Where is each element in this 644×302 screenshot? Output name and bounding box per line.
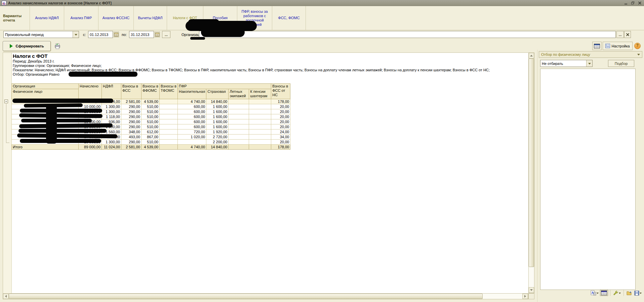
- cell-total-label: Итого: [12, 145, 79, 150]
- period-preset-dropdown-button[interactable]: [73, 31, 79, 38]
- cell-value: [229, 109, 249, 114]
- date-from-calendar-button[interactable]: [114, 32, 119, 37]
- date-from-value: 01.12.2013: [90, 33, 108, 37]
- scroll-down-button[interactable]: [529, 287, 534, 293]
- cell-value: [178, 140, 206, 145]
- arrow-up-icon: [530, 53, 533, 56]
- date-from-input[interactable]: 01.12.2013: [88, 31, 113, 38]
- organization-more-button[interactable]: ...: [616, 31, 624, 38]
- person-filter-dropdown-button[interactable]: [586, 60, 592, 67]
- cell-value: 600,00: [178, 119, 206, 124]
- person-filter-mode-combo[interactable]: Не отбирать: [540, 60, 593, 67]
- redaction-mark: [19, 123, 113, 128]
- col-header: К пенсии шахтерам: [249, 89, 271, 99]
- minimize-button[interactable]: [623, 1, 628, 5]
- font-format-button[interactable]: A: [590, 290, 599, 296]
- horizontal-scroll-thumb[interactable]: [9, 294, 483, 299]
- scroll-left-button[interactable]: [3, 294, 9, 299]
- person-filter-list[interactable]: [540, 69, 636, 290]
- arrow-down-icon: [530, 289, 533, 292]
- restore-icon: [631, 1, 634, 4]
- tab-varianty-otcheta[interactable]: Варианты отчета: [0, 6, 30, 30]
- organization-input[interactable]: [199, 31, 616, 38]
- help-button[interactable]: ?: [634, 43, 641, 49]
- vertical-scroll-thumb[interactable]: [529, 59, 534, 267]
- cell-value: [160, 129, 178, 135]
- tab-analiz-ndfl[interactable]: Анализ НДФЛ: [30, 6, 64, 30]
- cell-value: [229, 140, 249, 145]
- redaction-mark: [201, 28, 245, 37]
- tab-analiz-pfr[interactable]: Анализ ПФР: [64, 6, 98, 30]
- run-icon: [10, 44, 13, 48]
- cell-value: 600,00: [178, 109, 206, 114]
- vertical-scrollbar[interactable]: [528, 52, 534, 293]
- settings-form-icon: [605, 44, 610, 48]
- cell-value: [249, 109, 271, 114]
- save-button[interactable]: [634, 290, 642, 296]
- report-filter-line: Отбор: Организация Равно: [13, 72, 59, 76]
- table-mode-button[interactable]: [600, 290, 608, 296]
- cell-value: [249, 145, 271, 150]
- close-button[interactable]: [637, 1, 642, 5]
- col-header: Взносы в ФФОМС: [142, 84, 160, 99]
- collapse-group-button[interactable]: [4, 100, 8, 103]
- print-button[interactable]: [53, 42, 62, 50]
- redaction-mark: [12, 99, 113, 103]
- cell-value: 11 024,00: [102, 145, 121, 150]
- cell-value: [249, 140, 271, 145]
- tab-vychety-ndfl[interactable]: Вычеты НДФЛ: [134, 6, 167, 30]
- cell-value: 510,00: [142, 104, 160, 109]
- horizontal-scrollbar[interactable]: [3, 293, 528, 299]
- report-app-icon: [2, 1, 6, 5]
- chevron-down-icon: [619, 293, 621, 295]
- report-canvas[interactable]: Налоги с ФОТ Период: Декабрь 2013 г. Гру…: [3, 52, 528, 293]
- tab-analiz-fssns[interactable]: Анализ ФССНС: [98, 6, 134, 30]
- cell-value: 600,00: [178, 124, 206, 129]
- restore-button[interactable]: [630, 1, 635, 5]
- toolbar-separator: [610, 290, 610, 296]
- cell-value: [229, 114, 249, 119]
- cell-value: 290,00: [121, 124, 142, 129]
- cell-value: [249, 99, 271, 104]
- date-to-value: 31.12.2013: [131, 33, 149, 37]
- tab-fss-foms[interactable]: ФСС, ФОМС: [272, 6, 306, 30]
- settings-button[interactable]: Настройка: [603, 42, 633, 50]
- settings-label: Настройка: [611, 44, 630, 48]
- scroll-up-button[interactable]: [529, 53, 534, 59]
- service-settings-button[interactable]: [612, 290, 621, 296]
- col-header: Взносы в ТФОМС: [160, 84, 178, 99]
- col-header: Летных экипажей: [229, 89, 249, 99]
- pick-persons-button[interactable]: Подбор: [608, 60, 634, 67]
- help-icon: ?: [636, 43, 639, 48]
- period-preset-combo[interactable]: Произвольный период: [3, 31, 79, 38]
- minimize-icon: [625, 4, 627, 4]
- date-to-calendar-button[interactable]: [155, 32, 160, 37]
- redaction-mark: [69, 72, 137, 77]
- cell-value: [229, 124, 249, 129]
- period-more-button[interactable]: ...: [162, 31, 170, 38]
- cell-value: [229, 145, 249, 150]
- cell-value: [229, 129, 249, 135]
- col-header: Страховая: [206, 89, 229, 99]
- generate-report-button[interactable]: Сформировать: [3, 41, 51, 51]
- cell-value: 1 118,00: [102, 114, 121, 119]
- scroll-right-button[interactable]: [522, 294, 528, 299]
- cell-value: 1 920,00: [206, 129, 229, 135]
- table-view-button[interactable]: [592, 42, 602, 50]
- person-filter-header[interactable]: Отбор по физическому лицу: [539, 51, 642, 58]
- organization-clear-button[interactable]: [624, 31, 631, 38]
- cell-value: 20,00: [271, 109, 290, 114]
- grouping-margin: [3, 53, 12, 293]
- toolbar-separator: [623, 290, 624, 296]
- open-button[interactable]: [626, 290, 633, 296]
- pick-label: Подбор: [615, 62, 628, 66]
- col-header-person: Физическое лицо: [12, 89, 79, 99]
- cell-value: 600,00: [178, 104, 206, 109]
- chevron-down-icon: [597, 293, 599, 295]
- col-header-pfr-group: ПФР: [178, 84, 271, 89]
- cell-value: [160, 145, 178, 150]
- cell-value: 14 840,00: [206, 145, 229, 150]
- date-to-input[interactable]: 31.12.2013: [129, 31, 154, 38]
- cell-value: 612,00: [142, 129, 160, 135]
- window-title: Анализ начисленных налогов и взносов [На…: [8, 1, 112, 5]
